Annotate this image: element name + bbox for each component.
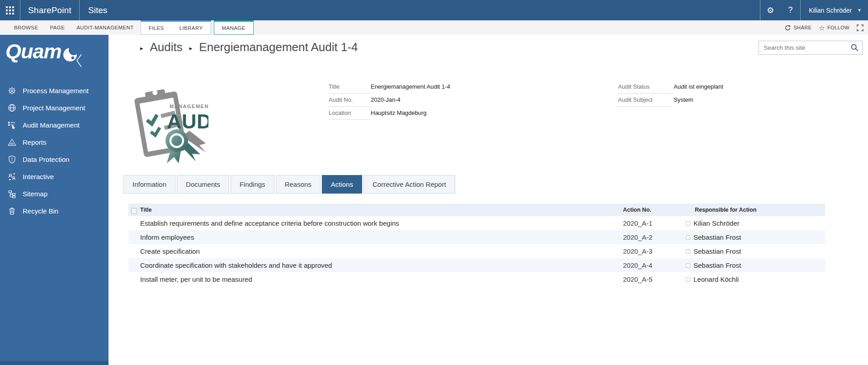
breadcrumb: ▸ Audits ▸ Energiemanagement Audit 1-4 [133, 40, 358, 54]
column-header-action-no[interactable]: Action No. [623, 204, 686, 216]
main-content: ▸ Audits ▸ Energiemanagement Audit 1-4 [108, 35, 868, 365]
shield-icon [7, 155, 17, 164]
ribbon-tab-manage[interactable]: MANAGE [214, 22, 253, 34]
ribbon-tab-browse[interactable]: BROWSE [8, 20, 44, 35]
responsible-person[interactable]: Sebastian Frost [693, 261, 741, 269]
sidebar-item-data-protection[interactable]: Data Protection [0, 151, 108, 168]
field-audit-no: Audit No. 2020-Jan-4 [329, 94, 450, 107]
field-value: Energiemanagement Audit 1-4 [371, 81, 450, 94]
action-title[interactable]: Install meter, per unit to be measured [140, 272, 623, 286]
detail-fields-left: Title Energiemanagement Audit 1-4 Audit … [329, 81, 450, 120]
sidebar-item-process-management[interactable]: Process Management [0, 82, 108, 99]
responsible-person[interactable]: Kilian Schröder [693, 219, 740, 227]
tab-actions[interactable]: Actions [322, 175, 362, 194]
sidebar-item-interactive[interactable]: Interactive [0, 168, 108, 185]
responsible-person[interactable]: Sebastian Frost [693, 233, 741, 241]
tab-information[interactable]: Information [123, 175, 175, 194]
app-launcher-button[interactable] [0, 0, 20, 20]
breadcrumb-audits-link[interactable]: Audits [150, 40, 183, 54]
content-tabs: Information Documents Findings Reasons A… [123, 175, 457, 194]
table-row[interactable]: Install meter, per unit to be measured 2… [128, 272, 825, 286]
ribbon-tab-files[interactable]: FILES [141, 22, 172, 34]
sidebar-item-label: Interactive [23, 173, 54, 180]
action-title[interactable]: Coordinate specification with stakeholde… [140, 258, 623, 272]
table-row[interactable]: Establish requirements and define accept… [128, 216, 825, 230]
presence-icon[interactable] [686, 249, 690, 254]
tab-corrective-action-report[interactable]: Corrective Action Report [363, 175, 455, 194]
responsible-person[interactable]: Leonard Köchli [693, 275, 739, 283]
follow-button[interactable]: ☆ FOLLOW [819, 24, 849, 31]
tab-documents[interactable]: Documents [177, 175, 229, 194]
share-label: SHARE [793, 25, 811, 30]
field-value: System [674, 94, 693, 107]
presence-icon[interactable] [686, 263, 690, 268]
sidebar-item-label: Sitemap [23, 190, 47, 198]
sidebar-item-sitemap[interactable]: Sitemap [0, 185, 108, 202]
ribbon-tab-audit-management[interactable]: AUDIT-MANAGEMENT [71, 20, 140, 35]
ribbon-tab-library[interactable]: LIBRARY [172, 22, 211, 34]
presence-icon[interactable] [686, 235, 690, 240]
user-menu[interactable]: Kilian Schröder ▼ [801, 0, 868, 20]
search-button[interactable] [851, 44, 859, 52]
action-title[interactable]: Establish requirements and define accept… [140, 216, 623, 230]
action-title[interactable]: Inform employees [140, 230, 623, 244]
actions-table: Title Action No. Responsible for Action … [128, 204, 825, 286]
column-header-title[interactable]: Title [140, 204, 623, 216]
ribbon-group-files-library: FILES LIBRARY [141, 20, 211, 35]
search-icon [851, 44, 859, 52]
sites-link[interactable]: Sites [80, 0, 116, 20]
field-value: 2020-Jan-4 [371, 94, 401, 107]
quam-logo-text: Quam [5, 40, 61, 63]
search-input[interactable] [763, 44, 851, 52]
audit-list-icon [7, 120, 17, 130]
sidebar-item-label: Data Protection [23, 156, 69, 163]
sidebar-collapse-icon[interactable] [75, 53, 83, 68]
action-no: 2020_A-5 [623, 272, 686, 286]
trash-icon [7, 206, 17, 216]
quam-logo[interactable]: Quam [0, 35, 108, 76]
select-all-checkbox[interactable] [131, 208, 137, 214]
focus-icon [857, 24, 863, 31]
ribbon-bar: BROWSE PAGE AUDIT-MANAGEMENT FILES LIBRA… [0, 20, 868, 35]
column-header-responsible[interactable]: Responsible for Action [686, 204, 825, 216]
gear-icon [7, 86, 17, 95]
sidebar-item-audit-management[interactable]: Audit Management [0, 116, 108, 133]
field-location: Location Hauptsitz Magdeburg [329, 107, 450, 120]
share-button[interactable]: SHARE [784, 24, 811, 31]
table-row[interactable]: Inform employees 2020_A-2 Sebastian Fros… [128, 230, 825, 244]
tab-findings[interactable]: Findings [231, 175, 274, 194]
sidebar-item-project-management[interactable]: Project Management [0, 99, 108, 116]
table-row[interactable]: Create specification 2020_A-3 Sebastian … [128, 244, 825, 258]
sidebar-item-label: Process Management [23, 87, 89, 95]
field-value: Hauptsitz Magdeburg [371, 107, 427, 120]
field-audit-subject: Audit Subject System [618, 94, 723, 107]
suite-bar: SharePoint Sites ⚙ ? Kilian Schröder ▼ [0, 0, 868, 20]
presence-icon[interactable] [686, 277, 690, 282]
settings-button[interactable]: ⚙ [760, 0, 780, 20]
sharepoint-brand: SharePoint [20, 0, 79, 20]
tab-reasons[interactable]: Reasons [276, 175, 321, 194]
help-icon: ? [788, 5, 793, 15]
focus-mode-button[interactable] [857, 24, 863, 31]
table-header-row: Title Action No. Responsible for Action [128, 204, 825, 216]
action-title[interactable]: Create specification [140, 244, 623, 258]
field-title: Title Energiemanagement Audit 1-4 [329, 81, 450, 94]
share-sync-icon [784, 24, 791, 31]
field-label: Audit Subject [618, 94, 673, 107]
sidebar-nav: Process Management Project Management [0, 82, 108, 219]
responsible-person[interactable]: Sebastian Frost [693, 247, 741, 255]
waffle-icon [6, 6, 14, 14]
sitemap-icon [7, 189, 17, 199]
breadcrumb-arrow-icon: ▸ [189, 45, 193, 52]
search-box [759, 41, 863, 55]
action-no: 2020_A-4 [623, 258, 686, 272]
ribbon-tab-page[interactable]: PAGE [44, 20, 71, 35]
breadcrumb-arrow-icon: ▸ [140, 45, 143, 52]
page-title: Energiemanagement Audit 1-4 [199, 40, 358, 54]
presence-icon[interactable] [686, 221, 690, 226]
help-button[interactable]: ? [780, 0, 800, 20]
table-row[interactable]: Coordinate specification with stakeholde… [128, 258, 825, 272]
sidebar-item-recycle-bin[interactable]: Recycle Bin [0, 202, 108, 219]
sidebar-item-reports[interactable]: Reports [0, 133, 108, 151]
logo-audit-text: AUDIT [167, 110, 208, 133]
